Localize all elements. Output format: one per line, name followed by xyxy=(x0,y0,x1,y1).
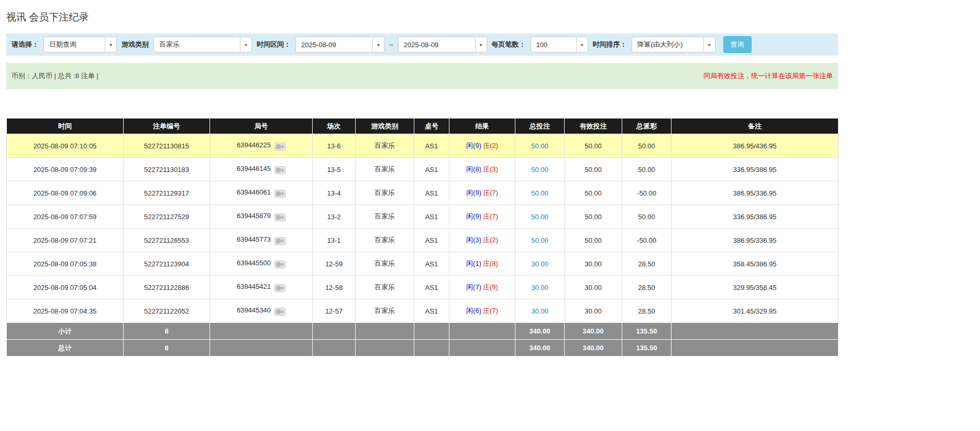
cell-time: 2025-08-09 07:10:05 xyxy=(7,134,124,158)
video-replay-icon[interactable] xyxy=(274,236,285,245)
total-bet-link[interactable]: 50.00 xyxy=(531,189,548,197)
cell-game-type: 百家乐 xyxy=(356,229,414,252)
cell-round: 639445773 xyxy=(210,229,313,252)
total-bet-link[interactable]: 50.00 xyxy=(531,213,548,221)
result-player: 闲(9) xyxy=(466,189,481,197)
date-from-select[interactable]: 2025-08-09 ▾ xyxy=(295,37,384,52)
cell-game-type: 百家乐 xyxy=(356,205,414,229)
result-player: 闲(1) xyxy=(466,260,481,267)
cell-bet-id: 522721122052 xyxy=(124,299,210,323)
total-bet-link[interactable]: 50.00 xyxy=(531,142,548,150)
cell-note: 358.45/386.95 xyxy=(671,252,839,276)
cell-table-no: AS1 xyxy=(414,205,449,229)
col-payout: 总派彩 xyxy=(622,118,671,134)
col-round: 局号 xyxy=(210,118,313,134)
result-banker: 庄(2) xyxy=(483,142,498,149)
cell-payout: 28.50 xyxy=(622,299,671,323)
cell-total-bet: 50.00 xyxy=(515,181,565,205)
cell-payout: 28.50 xyxy=(622,252,671,276)
chevron-down-icon[interactable]: ▾ xyxy=(372,37,384,52)
cell-round: 639446225 xyxy=(210,134,313,158)
total-label: 总计 xyxy=(7,340,124,357)
cell-table-no: AS1 xyxy=(414,252,449,276)
col-session: 场次 xyxy=(313,118,356,134)
page-size-value: 100 xyxy=(531,37,576,52)
cell-table-no: AS1 xyxy=(414,158,449,181)
round-number: 639445500 xyxy=(237,259,271,267)
game-type-select[interactable]: 百家乐 ▾ xyxy=(153,37,252,52)
filter-bar: 请选择： 日期查询 ▾ 游戏类别 百家乐 ▾ 时间区间： 2025-08-09 … xyxy=(6,34,838,56)
cell-game-type: 百家乐 xyxy=(356,299,414,323)
cell-valid-bet: 50.00 xyxy=(565,181,622,205)
result-banker: 庄(2) xyxy=(483,236,498,244)
cell-total-bet: 50.00 xyxy=(515,158,565,181)
cell-valid-bet: 50.00 xyxy=(565,205,622,229)
subtotal-empty-game xyxy=(356,323,414,340)
video-replay-icon[interactable] xyxy=(274,189,285,198)
table-row: 2025-08-09 07:09:39 522721130183 6394461… xyxy=(7,158,839,181)
total-empty-table xyxy=(414,340,449,357)
cell-bet-id: 522721130183 xyxy=(124,158,210,181)
cell-game-type: 百家乐 xyxy=(356,252,414,276)
query-type-value: 日期查询 xyxy=(44,37,105,52)
col-total-bet: 总投注 xyxy=(515,118,565,134)
cell-time: 2025-08-09 07:09:06 xyxy=(7,181,124,205)
cell-result: 闲(9)庄(7) xyxy=(449,205,515,229)
col-result: 结果 xyxy=(449,118,515,134)
col-time: 时间 xyxy=(7,118,124,134)
cell-table-no: AS1 xyxy=(414,134,449,158)
chevron-down-icon[interactable]: ▾ xyxy=(576,37,588,52)
result-player: 闲(7) xyxy=(466,283,481,291)
video-replay-icon[interactable] xyxy=(274,260,285,268)
page-size-select[interactable]: 100 ▾ xyxy=(531,37,588,52)
cell-total-bet: 30.00 xyxy=(515,299,565,323)
table-body: 2025-08-09 07:10:05 522721130815 6394462… xyxy=(7,134,839,323)
cell-note: 386.95/336.95 xyxy=(671,181,839,205)
cell-game-type: 百家乐 xyxy=(356,134,414,158)
chevron-down-icon[interactable]: ▾ xyxy=(240,37,251,52)
cell-result: 闲(9)庄(2) xyxy=(449,134,515,158)
video-replay-icon[interactable] xyxy=(274,307,285,316)
video-replay-icon[interactable] xyxy=(274,212,285,221)
video-replay-icon[interactable] xyxy=(274,142,285,150)
cell-payout: -50.00 xyxy=(622,181,671,205)
date-to-value: 2025-08-09 xyxy=(399,37,475,52)
query-type-select[interactable]: 日期查询 ▾ xyxy=(43,37,117,52)
table-row: 2025-08-09 07:09:06 522721129317 6394460… xyxy=(7,181,839,205)
total-bet-link[interactable]: 30.00 xyxy=(531,284,548,292)
search-button[interactable]: 查询 xyxy=(723,36,752,53)
sort-select[interactable]: 降冪(由大到小) ▾ xyxy=(632,37,715,52)
total-bet-link[interactable]: 50.00 xyxy=(531,236,548,244)
cell-bet-id: 522721130815 xyxy=(124,134,210,158)
cell-result: 闲(6)庄(7) xyxy=(449,299,515,323)
cell-payout: 50.00 xyxy=(622,134,671,158)
cell-valid-bet: 30.00 xyxy=(565,252,622,276)
table-row: 2025-08-09 07:05:38 522721123904 6394455… xyxy=(7,252,839,276)
chevron-down-icon[interactable]: ▾ xyxy=(703,37,715,52)
total-bet-link[interactable]: 30.00 xyxy=(531,260,548,268)
table-row: 2025-08-09 07:05:04 522721122886 6394454… xyxy=(7,276,839,299)
cell-payout: -50.00 xyxy=(622,229,671,252)
cell-time: 2025-08-09 07:05:04 xyxy=(7,276,124,299)
total-empty-note xyxy=(671,340,839,357)
cell-valid-bet: 50.00 xyxy=(565,158,622,181)
col-note: 备注 xyxy=(671,118,839,134)
game-type-label: 游戏类别 xyxy=(122,40,149,49)
video-replay-icon[interactable] xyxy=(274,283,285,292)
subtotal-row: 小计 8 340.00 340.00 135.50 xyxy=(7,323,839,340)
cell-time: 2025-08-09 07:04:35 xyxy=(7,299,124,323)
cell-payout: 50.00 xyxy=(622,158,671,181)
date-from-value: 2025-08-09 xyxy=(296,37,372,52)
total-bet-link[interactable]: 30.00 xyxy=(531,307,548,315)
date-to-select[interactable]: 2025-08-09 ▾ xyxy=(398,37,487,52)
cell-round: 639446061 xyxy=(210,181,313,205)
bet-records-table: 时间 注单编号 局号 场次 游戏类别 桌号 结果 总投注 有效投注 总派彩 备注… xyxy=(6,118,839,357)
total-bet-link[interactable]: 50.00 xyxy=(531,166,548,174)
page-size-label: 每页笔数： xyxy=(492,40,526,49)
video-replay-icon[interactable] xyxy=(274,165,285,174)
cell-total-bet: 30.00 xyxy=(515,252,565,276)
chevron-down-icon[interactable]: ▾ xyxy=(105,37,116,52)
table-row: 2025-08-09 07:04:35 522721122052 6394453… xyxy=(7,299,839,323)
chevron-down-icon[interactable]: ▾ xyxy=(475,37,487,52)
cell-round: 639445421 xyxy=(210,276,313,299)
